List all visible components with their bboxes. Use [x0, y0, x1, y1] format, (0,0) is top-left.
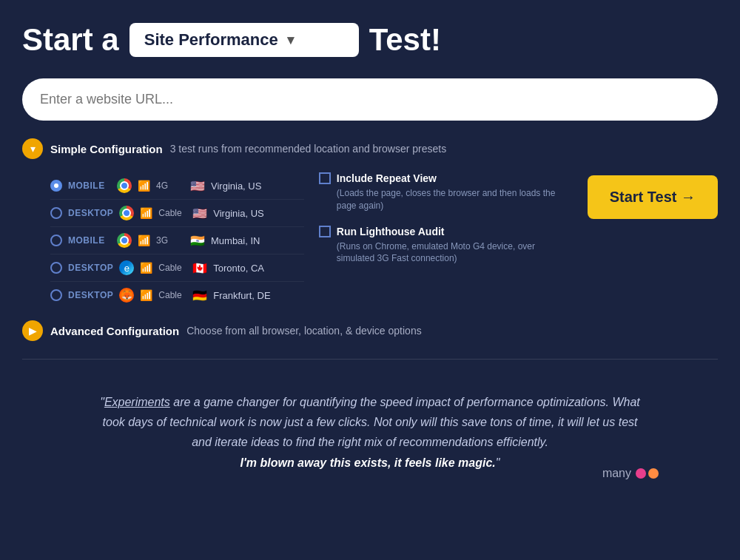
repeat-view-desc: (Loads the page, closes the browser and … [337, 187, 573, 212]
many-dots [636, 468, 659, 479]
table-row[interactable]: MOBILE 📶 3G 🇮🇳 Mumbai, IN [50, 227, 304, 254]
options-and-btn: Include Repeat View (Loads the page, clo… [319, 172, 573, 265]
lighthouse-label: Run Lighthouse Audit [337, 226, 445, 237]
start-test-button[interactable]: Start Test → [588, 175, 718, 219]
test-type-dropdown[interactable]: Site Performance ▾ [130, 23, 359, 57]
lighthouse-checkbox[interactable] [319, 226, 331, 237]
chrome-icon [119, 206, 134, 220]
radio-desktop-chrome-cable-us[interactable] [50, 207, 62, 219]
chrome-icon [117, 178, 132, 193]
experiments-link[interactable]: Experiments [104, 396, 170, 408]
many-dot-2 [648, 468, 659, 479]
repeat-view-option: Include Repeat View (Loads the page, clo… [319, 172, 573, 212]
config-main-row: MOBILE 📶 4G 🇺🇸 Virginia, US DESKTOP 📶 Ca… [50, 172, 718, 308]
advanced-config-subtitle: Choose from all browser, location, & dev… [186, 325, 422, 337]
repeat-view-checkbox[interactable] [319, 172, 331, 184]
simple-config-header[interactable]: ▾ Simple Configuration 3 test runs from … [22, 138, 718, 159]
start-btn-col: Start Test → [588, 172, 718, 219]
section-divider [22, 359, 718, 360]
firefox-icon: 🦊 [119, 288, 134, 303]
simple-config-subtitle: 3 test runs from recommended location an… [170, 143, 447, 155]
radio-desktop-firefox-cable-de[interactable] [50, 289, 62, 301]
simple-config-section: ▾ Simple Configuration 3 test runs from … [22, 138, 718, 308]
header-row: Start a Site Performance ▾ Test! [22, 22, 718, 58]
header-test-label: Test! [369, 22, 441, 58]
lighthouse-option: Run Lighthouse Audit (Runs on Chrome, em… [319, 226, 573, 266]
header-start-label: Start a [22, 22, 119, 58]
quote-text: "Experiments are a game changer for quan… [96, 392, 644, 473]
many-logo: many [602, 467, 659, 480]
url-input[interactable] [37, 83, 703, 116]
simple-config-title: Simple Configuration [50, 143, 163, 155]
quote-section: "Experiments are a game changer for quan… [22, 377, 718, 488]
advanced-config-toggle-icon[interactable]: ▶ [22, 320, 43, 341]
url-input-container [22, 78, 718, 121]
simple-config-toggle-icon[interactable]: ▾ [22, 138, 43, 159]
radio-desktop-edge-cable-ca[interactable] [50, 262, 62, 274]
many-text: many [602, 467, 631, 480]
lighthouse-desc: (Runs on Chrome, emulated Moto G4 device… [337, 240, 573, 266]
radio-mobile-chrome-3g-in[interactable] [50, 235, 62, 246]
table-row[interactable]: DESKTOP e 📶 Cable 🇨🇦 Toronto, CA [50, 254, 304, 282]
many-dot-1 [636, 468, 646, 479]
radio-mobile-chrome-4g-us[interactable] [50, 180, 62, 192]
chrome-icon [117, 233, 132, 248]
repeat-view-label: Include Repeat View [337, 172, 437, 184]
edge-icon: e [119, 260, 134, 275]
quote-main-text: are a game changer for quantifying the s… [103, 396, 640, 448]
table-row[interactable]: MOBILE 📶 4G 🇺🇸 Virginia, US [50, 172, 304, 200]
dropdown-value: Site Performance [144, 30, 278, 50]
table-row[interactable]: DESKTOP 📶 Cable 🇺🇸 Virginia, US [50, 200, 304, 227]
test-presets-list: MOBILE 📶 4G 🇺🇸 Virginia, US DESKTOP 📶 Ca… [50, 172, 304, 308]
advanced-config-title: Advanced Configuration [50, 325, 179, 337]
quote-bold-text: I'm blown away this exists, it feels lik… [240, 456, 496, 469]
chevron-down-icon: ▾ [287, 32, 294, 48]
table-row[interactable]: DESKTOP 🦊 📶 Cable 🇩🇪 Frankfurt, DE [50, 282, 304, 308]
advanced-config-section[interactable]: ▶ Advanced Configuration Choose from all… [22, 320, 718, 341]
